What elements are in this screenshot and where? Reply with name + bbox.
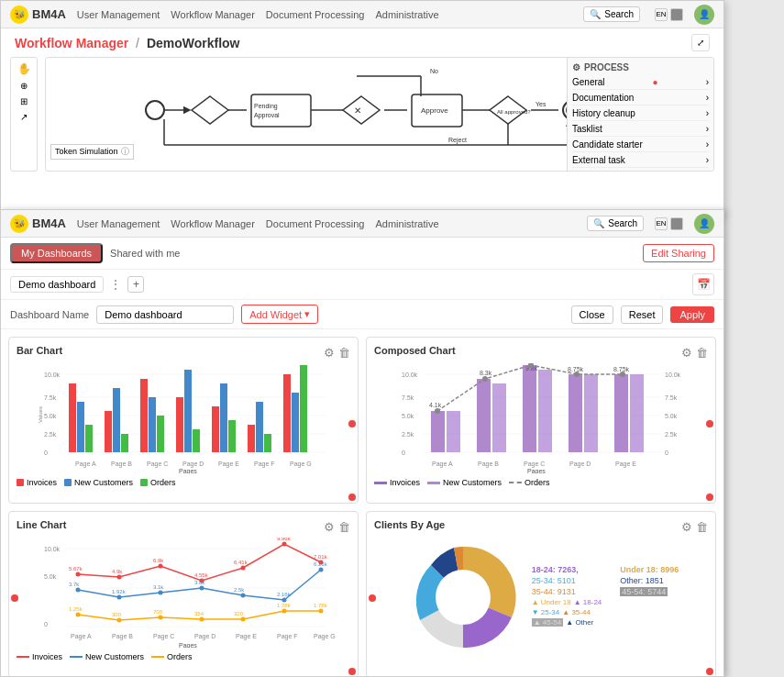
- process-general[interactable]: General ●›: [572, 77, 709, 90]
- tab-options-button[interactable]: ⋮: [109, 277, 122, 292]
- svg-rect-88: [447, 411, 460, 452]
- svg-rect-46: [105, 411, 112, 452]
- svg-point-105: [574, 372, 580, 377]
- main-search[interactable]: 🔍 Search: [587, 216, 644, 231]
- svg-text:354: 354: [194, 611, 204, 616]
- line-chart-legend: Invoices New Customers Orders: [17, 652, 350, 661]
- process-doc[interactable]: Documentation›: [572, 93, 709, 105]
- main-nav-doc[interactable]: Document Processing: [266, 218, 365, 229]
- line-chart-resize-handle[interactable]: [348, 668, 356, 675]
- svg-rect-57: [228, 420, 236, 452]
- bar-chart-settings-icon[interactable]: ⚙: [324, 346, 335, 360]
- nav-admin[interactable]: Administrative: [375, 9, 438, 20]
- svg-text:Page B: Page B: [478, 461, 499, 468]
- svg-point-137: [241, 594, 246, 598]
- process-history[interactable]: History cleanup›: [572, 108, 709, 121]
- svg-text:320: 320: [234, 611, 244, 616]
- donut-chart-header: Clients By Age ⚙ 🗑: [374, 519, 708, 534]
- svg-rect-56: [220, 383, 227, 452]
- svg-rect-60: [264, 434, 271, 452]
- svg-rect-4: [251, 94, 311, 127]
- calendar-button[interactable]: 📅: [692, 273, 714, 295]
- demo-dashboard-tab[interactable]: Demo dashboard: [10, 276, 104, 293]
- select-tool-icon[interactable]: ⊕: [20, 81, 28, 91]
- breadcrumb-link[interactable]: Workflow Manager: [15, 36, 128, 50]
- expand-button[interactable]: ⤢: [691, 34, 710, 51]
- donut-chart-resize-left[interactable]: [369, 594, 376, 602]
- hand-tool-icon[interactable]: ✋: [17, 62, 31, 75]
- workflow-search[interactable]: 🔍 Search: [583, 6, 640, 22]
- composed-chart-title: Composed Chart: [374, 345, 456, 356]
- topbar-btn2[interactable]: [670, 8, 683, 21]
- svg-text:2.5k: 2.5k: [402, 431, 414, 438]
- bar-chart-delete-icon[interactable]: 🗑: [338, 346, 350, 360]
- svg-point-106: [620, 372, 625, 377]
- main-nav-admin[interactable]: Administrative: [375, 218, 438, 229]
- lang-btn-en[interactable]: EN: [655, 8, 668, 21]
- svg-rect-97: [584, 374, 598, 452]
- composed-chart-settings-icon[interactable]: ⚙: [681, 346, 692, 360]
- svg-text:Page E: Page E: [218, 461, 239, 468]
- main-logo-text: BM4A: [32, 216, 66, 230]
- workflow-topbar: 🐝 BM4A User Management Workflow Manager …: [1, 1, 723, 28]
- main-topbar: 🐝 BM4A User Management Workflow Manager …: [1, 210, 723, 238]
- donut-container: 18-24: 7263, 25-34: 5101 35-44: 9131 ▲ U…: [374, 538, 708, 657]
- svg-point-123: [241, 566, 246, 571]
- donut-chart-delete-icon[interactable]: 🗑: [696, 520, 708, 534]
- edit-sharing-button[interactable]: Edit Sharing: [643, 244, 714, 262]
- dashboard-name-input[interactable]: [96, 305, 234, 324]
- svg-text:10.0k: 10.0k: [44, 546, 61, 552]
- svg-text:5.0k: 5.0k: [665, 413, 678, 419]
- arrow-tool-icon[interactable]: ↗: [20, 112, 28, 122]
- process-external[interactable]: External task›: [572, 155, 709, 168]
- svg-text:6.9k: 6.9k: [153, 558, 164, 563]
- svg-text:7.5k: 7.5k: [402, 394, 414, 401]
- process-job[interactable]: Job execution›: [572, 171, 709, 172]
- search-text: Search: [604, 9, 634, 19]
- nav-user-mgmt[interactable]: User Management: [77, 9, 160, 20]
- nav-doc-proc[interactable]: Document Processing: [266, 9, 365, 20]
- main-logo: 🐝 BM4A: [10, 215, 66, 233]
- line-chart-resize-left[interactable]: [11, 594, 18, 602]
- process-tasklist[interactable]: Tasklist›: [572, 124, 709, 137]
- nav-workflow-mgr[interactable]: Workflow Manager: [171, 9, 255, 20]
- donut-chart-settings-icon[interactable]: ⚙: [681, 520, 692, 534]
- add-widget-button[interactable]: Add Widget ▾: [241, 305, 318, 324]
- user-avatar-bg[interactable]: 👤: [694, 5, 714, 25]
- breadcrumb: Workflow Manager / DemoWorkflow: [15, 36, 240, 50]
- zoom-tool-icon[interactable]: ⊞: [20, 96, 28, 106]
- process-candidate[interactable]: Candidate starter›: [572, 139, 709, 152]
- main-nav-workflow[interactable]: Workflow Manager: [171, 218, 255, 229]
- svg-point-133: [76, 588, 81, 593]
- workflow-svg: Pending Approval ✕ Approve All approved?: [137, 62, 623, 154]
- tab-shared[interactable]: Shared with me: [110, 248, 180, 259]
- reset-button[interactable]: Reset: [621, 305, 664, 324]
- main-nav-user[interactable]: User Management: [77, 218, 160, 229]
- donut-legend: 18-24: 7263, 25-34: 5101 35-44: 9131 ▲ U…: [532, 565, 679, 630]
- composed-chart-resize-handle[interactable]: [706, 494, 713, 501]
- apply-button[interactable]: Apply: [670, 306, 714, 323]
- svg-text:5.0k: 5.0k: [44, 413, 57, 419]
- tab-my-dashboards[interactable]: My Dashboards: [10, 243, 103, 263]
- donut-chart-resize-handle[interactable]: [706, 668, 713, 675]
- bar-chart-controls: ⚙ 🗑: [324, 346, 350, 360]
- svg-point-134: [117, 595, 122, 600]
- svg-text:0: 0: [402, 449, 405, 456]
- svg-point-150: [200, 617, 204, 622]
- add-dashboard-button[interactable]: +: [127, 276, 144, 293]
- composed-chart-resize-right[interactable]: [706, 420, 713, 427]
- composed-chart-delete-icon[interactable]: 🗑: [696, 346, 708, 360]
- main-topbar-btn2[interactable]: [670, 217, 683, 230]
- main-lang-btn[interactable]: EN: [655, 217, 668, 230]
- bar-chart-resize-handle[interactable]: [348, 494, 356, 501]
- main-user-avatar[interactable]: 👤: [694, 214, 714, 234]
- close-button[interactable]: Close: [571, 305, 613, 324]
- line-chart-delete-icon[interactable]: 🗑: [338, 520, 350, 534]
- bar-chart-resize-right[interactable]: [348, 420, 356, 427]
- workflow-toolbar: ✋ ⊕ ⊞ ↗: [10, 57, 38, 172]
- svg-text:All approved?: All approved?: [497, 109, 531, 115]
- svg-rect-45: [85, 425, 93, 452]
- line-legend-invoices: Invoices: [17, 652, 62, 661]
- svg-text:7.5k: 7.5k: [44, 394, 57, 401]
- line-chart-settings-icon[interactable]: ⚙: [324, 520, 335, 534]
